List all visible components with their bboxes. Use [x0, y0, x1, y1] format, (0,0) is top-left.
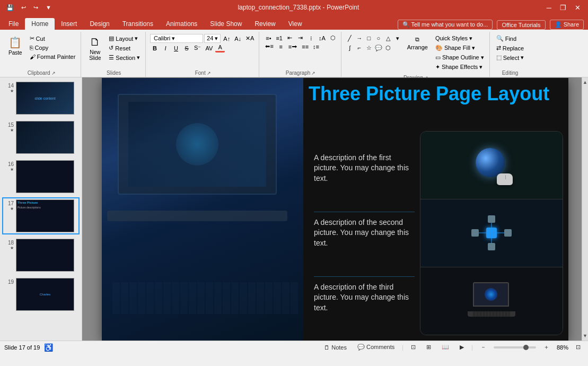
line-spacing-button[interactable]: ↕≡ — [311, 43, 321, 50]
curve-shape[interactable]: ∫ — [346, 43, 354, 52]
circle-shape[interactable]: ○ — [374, 34, 383, 42]
quick-styles-button[interactable]: Quick Styles ▾ — [433, 34, 486, 43]
notes-button[interactable]: 🗒 Notes — [321, 343, 350, 352]
slide-thumb-14[interactable]: 14 ★ slide content — [2, 80, 80, 117]
tab-view[interactable]: View — [282, 18, 309, 30]
save-icon[interactable]: 💾 — [4, 3, 16, 12]
italic-button[interactable]: I — [161, 45, 170, 52]
reset-button[interactable]: ↺ Reset — [107, 43, 142, 53]
callout-shape[interactable]: 💬 — [374, 43, 383, 52]
arrange-button[interactable]: ⧉ Arrange — [404, 34, 431, 53]
tab-slideshow[interactable]: Slide Show — [204, 18, 248, 30]
scroll-down-button[interactable]: ▼ — [582, 332, 588, 339]
font-expand-icon[interactable]: ↗ — [207, 71, 211, 76]
font-size-dropdown[interactable]: 24 ▾ — [204, 34, 221, 43]
undo-icon[interactable]: ↩ — [19, 3, 28, 12]
numbered-list-button[interactable]: ≡1 — [274, 34, 284, 42]
tab-transitions[interactable]: Transitions — [116, 18, 160, 30]
font-size-increase-button[interactable]: A↑ — [222, 35, 232, 42]
tab-review[interactable]: Review — [248, 18, 282, 30]
arrow-shape[interactable]: → — [355, 34, 364, 42]
tab-design[interactable]: Design — [83, 18, 116, 30]
slide-pic-1[interactable] — [420, 132, 563, 199]
block-shape[interactable]: ⬡ — [384, 43, 392, 52]
connector-shape[interactable]: ⌐ — [355, 43, 364, 52]
align-right-button[interactable]: ≡⮕ — [287, 43, 299, 50]
help-search-button[interactable]: 🔍 Tell me what you want to do... — [398, 20, 493, 30]
font-color-button[interactable]: A — [215, 43, 225, 53]
font-size-decrease-button[interactable]: A↓ — [233, 35, 243, 42]
more-shapes[interactable]: ▾ — [393, 34, 402, 42]
bullet-list-button[interactable]: ≡• — [264, 34, 273, 42]
shape-fill-button[interactable]: 🎨 Shape Fill ▾ — [433, 43, 486, 53]
slide-pic-3[interactable] — [420, 267, 563, 335]
zoom-thumb[interactable] — [523, 345, 529, 350]
zoom-slider[interactable] — [494, 346, 536, 348]
fit-slide-button[interactable]: ⊡ — [573, 343, 584, 352]
slide-sorter-button[interactable]: ⊞ — [423, 343, 434, 352]
decrease-indent-button[interactable]: ⇤ — [285, 34, 295, 42]
slide-container[interactable]: Three Picture Page Layout A description … — [102, 78, 568, 341]
slide-panel[interactable]: 14 ★ slide content 15 ★ 16 ★ — [0, 77, 82, 341]
format-painter-button[interactable]: 🖌 Format Painter — [28, 53, 78, 61]
align-center-button[interactable]: ≡ — [276, 43, 286, 50]
normal-view-button[interactable]: ⊡ — [408, 343, 419, 352]
slide-thumb-17[interactable]: 17 ★ Three Picture Picture descriptions — [2, 197, 80, 234]
replace-button[interactable]: ⇄ Replace — [494, 43, 526, 53]
restore-button[interactable]: ❐ — [557, 3, 569, 13]
slide-thumb-16[interactable]: 16 ★ — [2, 158, 80, 195]
slide-title[interactable]: Three Picture Page Layout — [309, 83, 563, 104]
slideshow-button[interactable]: ▶ — [457, 343, 467, 352]
cut-button[interactable]: ✂ Cut — [28, 34, 78, 43]
smart-art-button[interactable]: ⬡ — [328, 34, 338, 42]
redo-icon[interactable]: ↪ — [31, 3, 40, 12]
clipboard-expand-icon[interactable]: ↗ — [51, 71, 56, 76]
customize-icon[interactable]: ▼ — [43, 3, 54, 12]
underline-button[interactable]: U — [171, 45, 181, 52]
align-left-button[interactable]: ⬅≡ — [264, 42, 275, 50]
zoom-out-button[interactable]: － — [477, 342, 489, 352]
increase-indent-button[interactable]: ⇥ — [296, 34, 305, 42]
slide-text-1[interactable]: A description of the first picture. You … — [314, 147, 415, 189]
tab-animations[interactable]: Animations — [160, 18, 204, 30]
close-button[interactable]: ✕ — [572, 3, 584, 13]
office-tutorials-button[interactable]: Office Tutorials — [497, 20, 545, 30]
slide-text-3[interactable]: A description of the third picture. You … — [314, 276, 415, 319]
text-direction-button[interactable]: ↕A — [317, 34, 327, 42]
section-button[interactable]: ☰ Section ▾ — [107, 53, 142, 62]
comments-button[interactable]: 💬 Comments — [354, 343, 398, 352]
strikethrough-button[interactable]: S — [182, 45, 191, 52]
tab-home[interactable]: Home — [25, 18, 55, 30]
select-button[interactable]: ⬚ Select ▾ — [494, 53, 526, 62]
bold-button[interactable]: B — [150, 45, 160, 52]
copy-button[interactable]: ⎘ Copy — [28, 43, 78, 52]
rect-shape[interactable]: □ — [365, 34, 373, 42]
paragraph-expand-icon[interactable]: ↗ — [311, 71, 315, 76]
col-button[interactable]: ⫶ — [306, 34, 316, 42]
char-spacing-button[interactable]: AV — [204, 45, 214, 52]
triangle-shape[interactable]: △ — [384, 34, 392, 42]
line-shape[interactable]: ╱ — [346, 34, 354, 42]
slide-text-2[interactable]: A description of the second picture. You… — [314, 212, 415, 254]
tab-file[interactable]: File — [2, 18, 25, 30]
reading-view-button[interactable]: 📖 — [438, 343, 452, 352]
slide-thumb-19[interactable]: 19 ★ Charles — [2, 276, 80, 313]
paste-button[interactable]: 📋 Paste — [5, 34, 25, 58]
tab-insert[interactable]: Insert — [55, 18, 83, 30]
shape-outline-button[interactable]: ▭ Shape Outline ▾ — [433, 53, 486, 62]
justify-button[interactable]: ≡≡ — [300, 43, 310, 50]
star-shape[interactable]: ☆ — [365, 43, 373, 52]
clear-format-button[interactable]: ✕A — [244, 34, 256, 42]
slide-thumb-18[interactable]: 18 ★ — [2, 237, 80, 274]
shape-effects-button[interactable]: ✦ Shape Effects ▾ — [433, 63, 486, 72]
minimize-button[interactable]: ─ — [543, 3, 555, 13]
scroll-up-button[interactable]: ▲ — [582, 79, 588, 86]
layout-button[interactable]: ▤ Layout ▾ — [107, 34, 142, 43]
zoom-in-button[interactable]: ＋ — [540, 342, 552, 352]
shadow-button[interactable]: S⁻ — [192, 44, 203, 52]
slide-pic-2[interactable] — [420, 199, 563, 267]
share-button[interactable]: 👤 Share — [550, 20, 584, 30]
font-name-dropdown[interactable]: Calibri ▾ — [150, 34, 203, 43]
find-button[interactable]: 🔍 Find — [494, 34, 526, 43]
slide-thumb-15[interactable]: 15 ★ — [2, 119, 80, 156]
